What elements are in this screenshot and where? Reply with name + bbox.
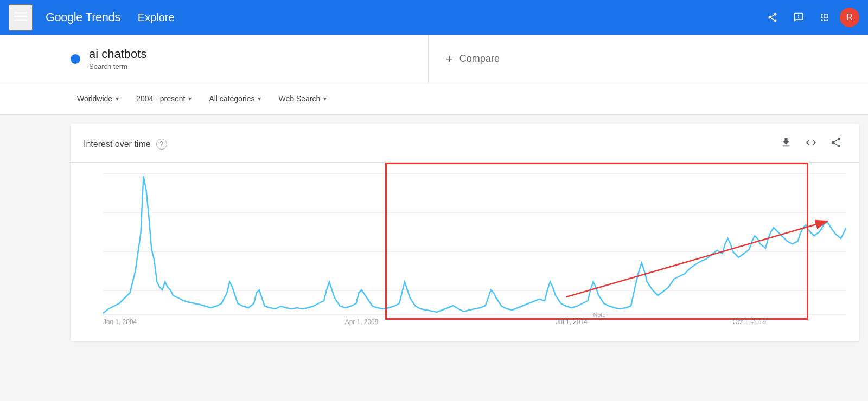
feedback-button[interactable]: [788, 7, 809, 28]
chart-title-row: Interest over time ?: [84, 139, 167, 150]
apps-button[interactable]: [814, 7, 835, 28]
location-filter[interactable]: Worldwide ▾: [71, 90, 125, 107]
search-term-info: ai chatbots Search term: [89, 47, 146, 70]
page-title: Explore: [138, 11, 175, 24]
search-type-filter[interactable]: Web Search ▾: [272, 90, 333, 107]
svg-rect-1: [14, 15, 27, 17]
search-type-filter-label: Web Search: [278, 94, 320, 103]
time-range-filter-chevron: ▾: [188, 95, 192, 102]
category-filter-label: All categories: [209, 94, 254, 103]
chart-header: Interest over time ?: [71, 124, 859, 163]
search-term-text: ai chatbots: [89, 47, 146, 61]
header-actions: R: [762, 7, 859, 28]
svg-text:Jul 1, 2014: Jul 1, 2014: [556, 318, 588, 326]
search-term-container: ai chatbots Search term: [71, 35, 429, 83]
search-area: ai chatbots Search term + Compare: [0, 35, 868, 83]
svg-rect-2: [14, 19, 27, 21]
embed-chart-button[interactable]: [801, 134, 821, 153]
svg-text:Note: Note: [593, 312, 605, 318]
time-range-filter-label: 2004 - present: [136, 94, 185, 103]
category-filter-chevron: ▾: [258, 95, 261, 102]
app-header: Google Trends Explore R: [0, 0, 868, 35]
location-filter-label: Worldwide: [77, 94, 112, 103]
time-range-filter[interactable]: 2004 - present ▾: [130, 90, 198, 107]
search-type-filter-chevron: ▾: [323, 95, 327, 102]
chart-title: Interest over time: [84, 139, 151, 149]
download-chart-button[interactable]: [776, 134, 796, 153]
chart-help-icon[interactable]: ?: [156, 139, 167, 150]
svg-line-18: [566, 221, 827, 297]
chart-area: Interest over time ?: [71, 124, 859, 341]
avatar[interactable]: R: [840, 8, 859, 27]
compare-label: Compare: [459, 53, 500, 64]
app-logo: Google Trends: [46, 10, 120, 24]
menu-icon[interactable]: [9, 4, 33, 31]
chart-toolbar: [776, 134, 846, 153]
share-chart-button[interactable]: [826, 134, 846, 153]
interest-over-time-chart: 100 75 50 25 Jan 1, 2004 Apr 1, 2009 Jul…: [103, 173, 846, 331]
svg-rect-0: [14, 12, 27, 14]
filters-area: Worldwide ▾ 2004 - present ▾ All categor…: [0, 83, 868, 115]
chart-wrapper: 100 75 50 25 Jan 1, 2004 Apr 1, 2009 Jul…: [71, 163, 859, 341]
category-filter[interactable]: All categories ▾: [202, 90, 267, 107]
svg-text:Jan 1, 2004: Jan 1, 2004: [103, 318, 137, 326]
share-button[interactable]: [762, 7, 783, 28]
svg-text:Oct 1, 2019: Oct 1, 2019: [733, 318, 767, 326]
compare-plus-icon: +: [446, 52, 453, 66]
search-term-label: Search term: [89, 62, 146, 70]
search-dot-indicator: [71, 54, 80, 64]
location-filter-chevron: ▾: [116, 95, 119, 102]
compare-container[interactable]: + Compare: [429, 35, 517, 83]
svg-text:Apr 1, 2009: Apr 1, 2009: [345, 318, 379, 326]
